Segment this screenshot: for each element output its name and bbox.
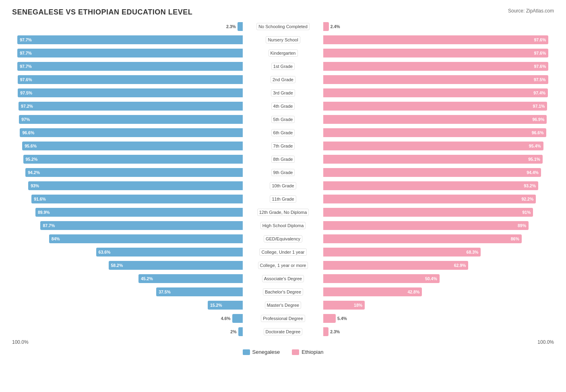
chart-container: SENEGALESE VS ETHIOPIAN EDUCATION LEVEL … (0, 0, 566, 379)
bar-row: 91.6% 11th Grade 92.2% (12, 193, 554, 205)
left-value: 89.9% (38, 210, 50, 215)
right-bar: 96.9% (323, 115, 547, 124)
category-label: 6th Grade (271, 129, 295, 136)
center-label-section: 6th Grade (243, 129, 323, 136)
left-section: 97.5% (12, 87, 243, 99)
bar-row-inner: 97.6% 2nd Grade 97.5% (12, 74, 554, 85)
left-section: 97.7% (12, 34, 243, 45)
left-bar: 15.2% (208, 301, 243, 310)
right-value: 97.6% (534, 64, 546, 69)
left-value: 97.7% (20, 37, 32, 42)
left-value: 97.5% (20, 90, 32, 95)
left-value: 97.7% (20, 51, 32, 55)
center-label-section: 12th Grade, No Diploma (243, 209, 323, 216)
right-section: 96.6% (323, 127, 554, 138)
bar-row: 97.5% 3rd Grade 97.4% (12, 87, 554, 99)
left-bar (238, 22, 243, 31)
center-label-section: 5th Grade (243, 116, 323, 123)
left-value: 2% (230, 329, 236, 334)
category-label: Doctorate Degree (264, 328, 303, 335)
right-value: 91% (522, 210, 531, 215)
left-bar: 58.2% (109, 261, 243, 270)
right-value: 5.4% (337, 316, 347, 321)
right-section: 93.2% (323, 180, 554, 191)
right-section: 2.3% (323, 326, 554, 337)
left-section: 94.2% (12, 167, 243, 178)
left-section: 97.7% (12, 61, 243, 72)
left-value: 96.6% (22, 130, 34, 135)
bar-row-inner: 94.2% 9th Grade 94.4% (12, 167, 554, 178)
left-value: 97.2% (21, 104, 33, 109)
left-bar: 97.7% (17, 62, 243, 71)
bar-row-inner: 91.6% 11th Grade 92.2% (12, 193, 554, 205)
left-value: 97.7% (20, 64, 32, 69)
right-bar: 95.1% (323, 155, 543, 164)
category-label: Professional Degree (261, 315, 305, 322)
left-bar: 97.7% (17, 49, 243, 57)
center-label-section: 11th Grade (243, 195, 323, 203)
category-label: GED/Equivalency (264, 235, 302, 242)
left-section: 93% (12, 180, 243, 191)
right-section: 89% (323, 220, 554, 231)
left-section: 4.6% (12, 313, 243, 324)
right-bar: 97.4% (323, 88, 548, 97)
right-bar: 89% (323, 221, 529, 230)
right-value: 50.4% (425, 276, 437, 281)
left-value: 94.2% (28, 170, 40, 175)
right-value: 97.5% (534, 77, 546, 82)
right-section: 18% (323, 300, 554, 311)
bar-row: 58.2% College, 1 year or more 62.9% (12, 259, 554, 271)
left-section: 97% (12, 114, 243, 125)
right-section: 2.4% (323, 21, 554, 32)
left-section: 37.5% (12, 286, 243, 298)
center-label-section: Kindergarten (243, 49, 323, 57)
category-label: 5th Grade (271, 116, 295, 123)
right-value: 96.9% (532, 117, 544, 122)
bar-row: 97.7% Nursery School 97.6% (12, 34, 554, 46)
category-label: 8th Grade (271, 156, 295, 163)
category-label: Nursery School (266, 36, 300, 43)
bar-row: 45.2% Associate's Degree 50.4% (12, 273, 554, 285)
bar-row: 87.7% High School Diploma 89% (12, 220, 554, 232)
bar-row-inner: 97.5% 3rd Grade 97.4% (12, 87, 554, 99)
category-label: 12th Grade, No Diploma (257, 209, 309, 216)
bar-row-inner: 87.7% High School Diploma 89% (12, 220, 554, 231)
bar-row-inner: 2% Doctorate Degree 2.3% (12, 326, 554, 337)
center-label-section: 3rd Grade (243, 89, 323, 96)
center-label-section: High School Diploma (243, 222, 323, 229)
category-label: 11th Grade (270, 195, 296, 203)
left-section: 97.6% (12, 74, 243, 85)
left-bar (238, 327, 243, 336)
right-value: 97.1% (533, 104, 545, 109)
left-bar: 97.6% (18, 75, 243, 84)
right-value: 97.6% (534, 51, 546, 55)
right-value: 92.2% (522, 197, 534, 201)
center-label-section: Associate's Degree (243, 275, 323, 282)
right-value: 89% (518, 223, 526, 228)
right-bar: 93.2% (323, 181, 538, 190)
center-label-section: GED/Equivalency (243, 235, 323, 242)
left-value: 15.2% (210, 303, 222, 308)
category-label: Kindergarten (269, 49, 298, 57)
center-label-section: 4th Grade (243, 103, 323, 110)
right-section: 86% (323, 233, 554, 244)
bar-row-inner: 95.6% 7th Grade 95.4% (12, 140, 554, 152)
bar-row-inner: 89.9% 12th Grade, No Diploma 91% (12, 207, 554, 218)
bar-row-inner: 97.7% Nursery School 97.6% (12, 34, 554, 45)
right-bar: 97.6% (323, 49, 548, 57)
left-bar: 94.2% (25, 168, 243, 177)
right-section: 95.1% (323, 154, 554, 165)
left-value: 45.2% (141, 276, 153, 281)
right-section: 62.9% (323, 260, 554, 271)
bar-row-inner: 37.5% Bachelor's Degree 42.8% (12, 286, 554, 298)
bar-row-inner: 95.2% 8th Grade 95.1% (12, 154, 554, 165)
right-bar: 68.3% (323, 248, 481, 257)
right-bar: 95.4% (323, 142, 543, 150)
category-label: Bachelor's Degree (263, 288, 303, 296)
right-value: 68.3% (467, 250, 479, 254)
bar-row: 2.3% No Schooling Completed 2.4% (12, 21, 554, 33)
right-bar: 97.5% (323, 75, 548, 84)
bar-row: 97.7% 1st Grade 97.6% (12, 60, 554, 72)
right-bar: 91% (323, 208, 533, 217)
left-bar: 96.6% (20, 128, 243, 137)
